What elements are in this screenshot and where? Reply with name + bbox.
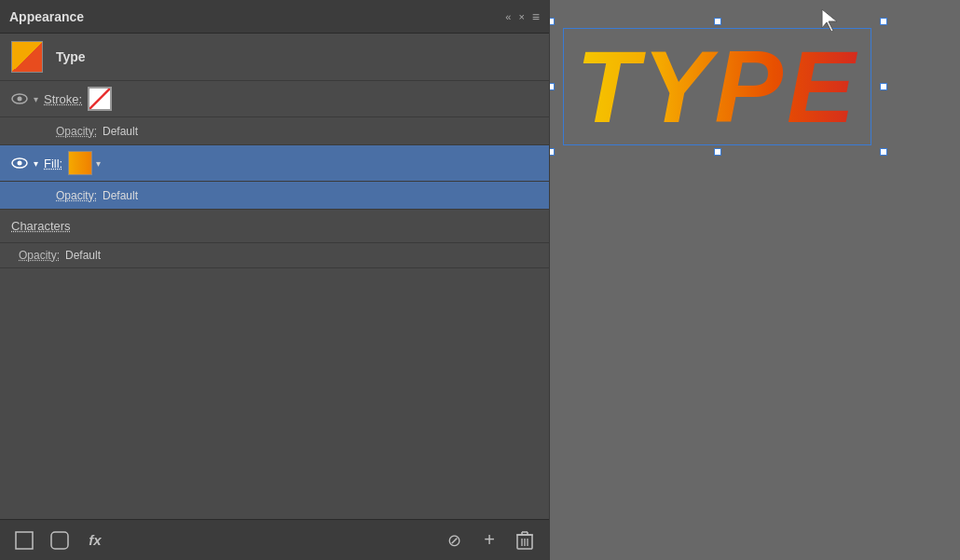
stroke-opacity-value: Default: [103, 125, 138, 138]
svg-rect-6: [51, 532, 68, 549]
panel-spacer: [0, 268, 549, 519]
no-icon-button[interactable]: ⊘: [441, 527, 467, 553]
svg-point-4: [18, 161, 22, 166]
type-text-container: TYPE: [576, 35, 858, 138]
characters-label: Characters: [11, 219, 71, 233]
handle-middle-left[interactable]: [550, 83, 555, 90]
bottom-toolbar: fx ⊘ +: [0, 519, 549, 560]
fill-swatch[interactable]: [68, 151, 92, 175]
svg-line-2: [89, 89, 110, 109]
svg-rect-5: [16, 532, 33, 549]
toolbar-left: fx: [11, 527, 108, 553]
handle-top-left[interactable]: [550, 18, 555, 25]
handle-bottom-right[interactable]: [880, 148, 887, 156]
fill-visibility-eye-icon[interactable]: [9, 156, 30, 171]
bottom-opacity-row: Opacity: Default: [0, 243, 549, 268]
fill-dropdown-icon[interactable]: ▾: [96, 158, 101, 169]
type-label: Type: [56, 49, 86, 64]
fill-chevron-icon[interactable]: ▾: [34, 158, 38, 169]
stroke-opacity-row: Opacity: Default: [0, 117, 549, 145]
characters-row: Characters: [0, 210, 549, 243]
fill-label: Fill:: [44, 157, 62, 171]
square-icon[interactable]: [11, 527, 37, 553]
fx-button[interactable]: fx: [82, 527, 108, 553]
handle-middle-right[interactable]: [880, 83, 887, 90]
stroke-label: Stroke:: [44, 92, 82, 106]
fill-opacity-row: Opacity: Default: [0, 182, 549, 210]
add-button[interactable]: +: [476, 527, 502, 553]
toolbar-right: ⊘ +: [441, 527, 538, 553]
cursor-icon: [820, 7, 841, 34]
type-row: Type: [0, 34, 549, 81]
type-swatch: [11, 41, 43, 73]
panel-title-icons: « × ≡: [505, 9, 540, 24]
canvas-area: TYPE: [550, 0, 960, 560]
handle-bottom-left[interactable]: [550, 148, 555, 156]
svg-point-1: [18, 97, 22, 102]
stroke-visibility-eye-icon[interactable]: [9, 91, 30, 106]
panel-titlebar: Appearance « × ≡: [0, 0, 549, 34]
stroke-chevron-icon[interactable]: ▾: [34, 94, 38, 104]
fill-opacity-label: Opacity:: [56, 189, 97, 202]
close-icon[interactable]: ×: [518, 11, 524, 22]
appearance-panel: Appearance « × ≡ Type ▾ Stroke: Opacity:…: [0, 0, 550, 560]
handle-bottom-center[interactable]: [714, 148, 721, 156]
fill-opacity-value: Default: [103, 189, 138, 202]
hamburger-menu-icon[interactable]: ≡: [532, 9, 540, 24]
stroke-opacity-label: Opacity:: [56, 125, 97, 138]
rounded-square-icon[interactable]: [47, 527, 73, 553]
panel-title: Appearance: [9, 9, 84, 24]
svg-marker-15: [822, 9, 837, 32]
selection-border: [563, 28, 871, 145]
fill-row: ▾ Fill: ▾: [0, 145, 549, 182]
delete-button[interactable]: [512, 527, 538, 553]
handle-top-right[interactable]: [880, 18, 887, 25]
stroke-row: ▾ Stroke:: [0, 81, 549, 117]
stroke-swatch[interactable]: [88, 87, 112, 111]
handle-top-center[interactable]: [714, 18, 721, 25]
bottom-opacity-value: Default: [65, 249, 101, 262]
collapse-icon[interactable]: «: [505, 11, 511, 22]
bottom-opacity-label: Opacity:: [19, 249, 60, 262]
